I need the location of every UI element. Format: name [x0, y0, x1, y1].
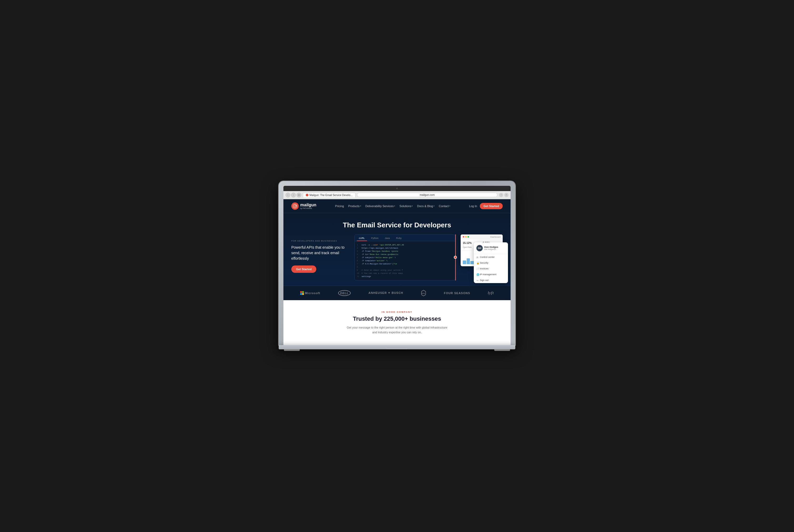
control-center-label: Control center [480, 256, 495, 259]
back-button[interactable]: ‹ [285, 193, 290, 197]
dell-text: DELL [338, 290, 351, 296]
anheuser-busch-text: ANHEUSER ✦ BUSCH [368, 291, 403, 294]
navbar: mailgun by PATHWIRE Pricing Products ▾ [283, 199, 511, 213]
tab-python[interactable]: Python [369, 236, 381, 241]
nav-deliverability[interactable]: Deliverability Services ▾ [365, 205, 395, 208]
anheuser-busch-logo: ANHEUSER ✦ BUSCH [368, 291, 403, 294]
logo-text: mailgun [300, 203, 316, 207]
browser-tab[interactable]: Mailgun: The Email Service Develo... [303, 193, 356, 197]
login-button[interactable]: Log In [469, 205, 477, 208]
hero-center: cURL Python Java Ruby 1curl -s --user 'a… [354, 234, 455, 281]
hero-tagline: FOR DEVELOPERS AND BUSINESSES [291, 240, 349, 242]
tab-curl[interactable]: cURL [357, 236, 367, 241]
hero-desc: Powerful APIs that enable you to send, r… [291, 245, 349, 261]
logo-icon [291, 203, 299, 210]
browser-actions: ↑ + [499, 193, 509, 197]
dropdown-sign-out[interactable]: ↪ Sign out [474, 277, 508, 283]
laptop-foot-right [494, 349, 510, 351]
dropdown-control-center[interactable]: ⊞ Control center [474, 254, 508, 260]
user-email: don.hodges@... [484, 248, 498, 250]
ip-management-label: IP management [480, 273, 496, 276]
user-name: Don Hodges [484, 246, 498, 248]
contact-chevron: ▾ [449, 205, 450, 207]
user-dropdown: DH Don Hodges don.hodges@... ⊞ Control c… [474, 242, 508, 283]
security-icon: 🔒 [476, 262, 478, 264]
security-label: Security [480, 262, 489, 264]
nav-solutions[interactable]: Solutions ▾ [399, 205, 413, 208]
maximize-dot [468, 236, 469, 238]
nhl-logo: NHL [421, 290, 426, 296]
forward-button[interactable]: › [291, 193, 296, 197]
microsoft-text: Microsoft [305, 291, 321, 294]
camera-bar [283, 186, 511, 191]
svg-text:NHL: NHL [421, 292, 426, 294]
red-dot [454, 256, 457, 259]
browser-nav-buttons: ‹ › ⊡ [285, 193, 301, 197]
partner-logos-bar: Microsoft DELL ANHEUSER ✦ BUSCH NHL [283, 286, 511, 300]
nav-contact[interactable]: Contact ▾ [439, 205, 450, 208]
tab-favicon [306, 194, 308, 196]
add-tab-button[interactable]: + [504, 193, 509, 197]
laptop-wrapper: ‹ › ⊡ Mailgun: The Email Service Develo.… [279, 181, 515, 351]
laptop-screen-inner: ‹ › ⊡ Mailgun: The Email Service Develo.… [283, 186, 511, 345]
hero-right: Dashboard 15.12% ↑ Open Rate [461, 234, 503, 266]
solutions-chevron: ▾ [412, 205, 413, 207]
minimize-dot [465, 236, 467, 238]
address-bar[interactable]: mailgun.com [357, 193, 497, 197]
camera-dot [396, 188, 398, 189]
docs-chevron: ▾ [434, 205, 435, 207]
laptop-foot-left [284, 349, 300, 351]
nav-docs-blog[interactable]: Docs & Blog ▾ [417, 205, 435, 208]
code-body: 1curl -s --user 'api:ENTER_API_KEY_HE 2 … [355, 241, 455, 280]
lyft-text: lyft [488, 291, 494, 295]
nav-pricing[interactable]: Pricing [335, 205, 344, 208]
window-dots [463, 236, 469, 238]
invoices-label: Invoices [480, 267, 489, 270]
laptop-base [279, 345, 515, 349]
dropdown-invoices[interactable]: 📄 Invoices [474, 266, 508, 271]
tab-label: Mailgun: The Email Service Develo... [309, 194, 353, 196]
nav-actions: Log In Get Started [469, 203, 503, 209]
lyft-logo: lyft [488, 291, 494, 295]
microsoft-grid-icon [300, 291, 304, 295]
nav-products[interactable]: Products ▾ [348, 205, 361, 208]
dell-logo: DELL [338, 290, 351, 296]
hero-left: FOR DEVELOPERS AND BUSINESSES Powerful A… [291, 234, 349, 273]
user-dropdown-header: DH Don Hodges don.hodges@... [474, 242, 508, 254]
logo-sub: by PATHWIRE [300, 207, 316, 209]
microsoft-logo: Microsoft [300, 291, 321, 295]
hero-content: FOR DEVELOPERS AND BUSINESSES Powerful A… [291, 234, 503, 281]
hero-title: The Email Service for Developers [291, 221, 503, 229]
dropdown-security[interactable]: 🔒 Security [474, 260, 508, 266]
trusted-desc: Get your message to the right person at … [344, 325, 450, 335]
sign-out-label: Sign out [480, 279, 489, 282]
dashboard-title: Dashboard [490, 236, 500, 238]
four-seasons-text: FOUR SEASONS [444, 291, 470, 294]
tab-ruby[interactable]: Ruby [394, 236, 404, 241]
hero-cta-button[interactable]: Get Started [291, 265, 316, 273]
logo[interactable]: mailgun by PATHWIRE [291, 203, 316, 210]
trusted-eyebrow: IN GOOD COMPANY [291, 311, 503, 313]
close-dot [463, 236, 464, 238]
code-tabs: cURL Python Java Ruby [355, 235, 455, 241]
share-button[interactable]: ↑ [499, 193, 503, 197]
trusted-section: IN GOOD COMPANY Trusted by 225,000+ busi… [283, 300, 511, 345]
chart-bar-3 [470, 261, 474, 264]
invoices-icon: 📄 [476, 268, 478, 270]
get-started-nav-button[interactable]: Get Started [480, 203, 503, 209]
ip-management-icon: 🌐 [476, 273, 478, 276]
chart-bar-2 [467, 259, 470, 264]
hero-section: The Email Service for Developers FOR DEV… [283, 213, 511, 286]
website-content: mailgun by PATHWIRE Pricing Products ▾ [283, 199, 511, 345]
laptop-screen-outer: ‹ › ⊡ Mailgun: The Email Service Develo.… [279, 181, 515, 345]
nhl-icon: NHL [421, 290, 426, 296]
dropdown-ip-management[interactable]: 🌐 IP management [474, 271, 508, 277]
deliverability-chevron: ▾ [394, 205, 395, 207]
trusted-title: Trusted by 225,000+ businesses [291, 316, 503, 322]
code-panel: cURL Python Java Ruby 1curl -s --user 'a… [354, 234, 455, 281]
laptop-feet [279, 349, 515, 351]
user-avatar: DH [476, 245, 483, 251]
dashboard-header: Dashboard [461, 234, 503, 240]
refresh-button[interactable]: ⊡ [297, 193, 301, 197]
tab-java[interactable]: Java [383, 236, 392, 241]
